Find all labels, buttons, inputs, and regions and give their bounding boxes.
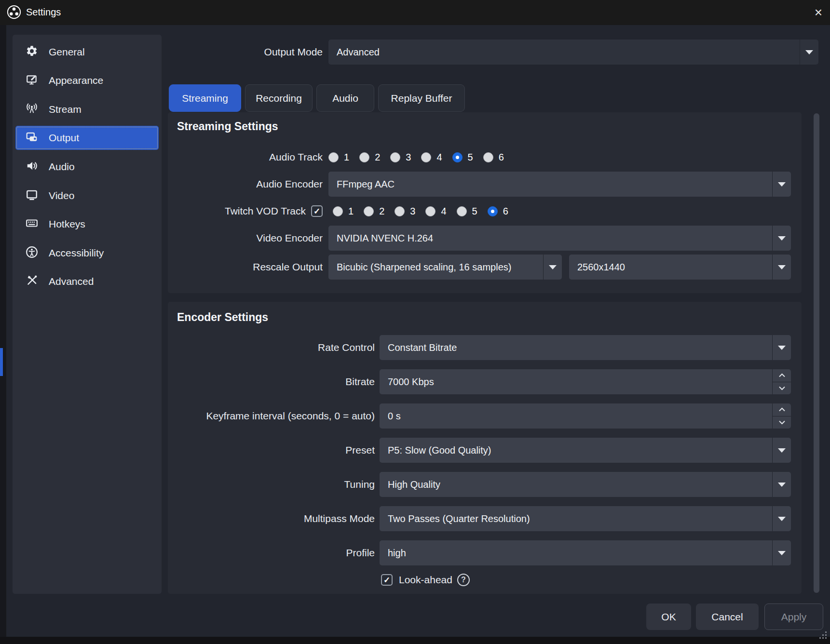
sidebar-item-accessibility[interactable]: Accessibility [15, 241, 159, 265]
bitrate-spinbox[interactable]: 7000 Kbps [380, 369, 791, 394]
multipass-mode-label: Multipass Mode [304, 512, 375, 525]
radio-audio-track-4[interactable]: 4 [421, 152, 442, 163]
bitrate-value: 7000 Kbps [380, 376, 434, 388]
output-mode-value: Advanced [328, 47, 380, 58]
twitch-vod-track-checkbox[interactable] [311, 205, 323, 217]
sidebar-item-label: Accessibility [49, 247, 104, 259]
appearance-icon [26, 73, 38, 88]
radio-label: 6 [503, 206, 508, 217]
rate-control-label: Rate Control [318, 341, 375, 354]
radio-vod-track-6[interactable]: 6 [488, 206, 508, 217]
vertical-scrollbar[interactable] [814, 113, 819, 593]
radio-icon [457, 206, 467, 216]
sidebar-item-appearance[interactable]: Appearance [15, 68, 159, 93]
keyframe-spin-buttons [772, 403, 791, 429]
radio-label: 1 [344, 152, 349, 163]
tab-replay-buffer[interactable]: Replay Buffer [378, 84, 465, 112]
spin-down-icon[interactable] [773, 382, 791, 395]
sidebar-item-general[interactable]: General [15, 40, 159, 64]
resize-grip[interactable] [819, 631, 829, 641]
keyframe-interval-label: Keyframe interval (seconds, 0 = auto) [206, 409, 375, 423]
background-window-strip [0, 25, 6, 644]
output-mode-dropdown[interactable]: Advanced [328, 40, 818, 65]
radio-label: 1 [348, 206, 354, 217]
chevron-down-icon [772, 172, 791, 197]
radio-vod-track-1[interactable]: 1 [333, 206, 354, 217]
help-icon[interactable]: ? [457, 574, 470, 586]
radio-icon [425, 206, 435, 216]
rescale-output-label: Rescale Output [253, 260, 323, 274]
radio-audio-track-5[interactable]: 5 [452, 152, 473, 163]
sidebar-item-advanced[interactable]: Advanced [15, 269, 159, 294]
multipass-mode-value: Two Passes (Quarter Resolution) [380, 513, 530, 524]
rescale-resolution-dropdown[interactable]: 2560x1440 [569, 255, 791, 280]
settings-window: Settings × General Appearance Stream Out… [0, 0, 830, 644]
tab-streaming[interactable]: Streaming [169, 84, 241, 112]
radio-label: 2 [379, 206, 384, 217]
video-encoder-dropdown[interactable]: NVIDIA NVENC H.264 [328, 226, 791, 251]
audio-track-label: Audio Track [269, 150, 323, 164]
close-icon[interactable]: × [808, 3, 829, 22]
radio-vod-track-2[interactable]: 2 [364, 206, 384, 217]
tab-recording[interactable]: Recording [245, 84, 313, 112]
audio-encoder-value: FFmpeg AAC [328, 179, 395, 190]
antenna-icon [26, 102, 38, 117]
chevron-down-icon [800, 40, 818, 65]
radio-audio-track-3[interactable]: 3 [390, 152, 411, 163]
preset-dropdown[interactable]: P5: Slow (Good Quality) [380, 438, 791, 463]
radio-icon [483, 152, 493, 162]
tab-label: Streaming [182, 93, 228, 104]
bitrate-spin-buttons [772, 369, 791, 394]
radio-icon [390, 152, 400, 162]
audio-encoder-dropdown[interactable]: FFmpeg AAC [328, 172, 791, 197]
bitrate-label: Bitrate [345, 375, 375, 389]
radio-audio-track-1[interactable]: 1 [328, 152, 349, 163]
video-encoder-value: NVIDIA NVENC H.264 [328, 233, 433, 244]
look-ahead-checkbox[interactable] [381, 574, 393, 586]
sidebar-item-hotkeys[interactable]: Hotkeys [15, 212, 159, 236]
camera-icon [26, 131, 38, 146]
spin-up-icon[interactable] [773, 403, 791, 416]
accessibility-icon [26, 246, 38, 261]
encoder-settings-heading: Encoder Settings [177, 311, 268, 324]
tab-audio[interactable]: Audio [316, 84, 374, 112]
sidebar-item-label: Appearance [49, 75, 103, 86]
chevron-down-icon [772, 226, 791, 251]
spin-down-icon[interactable] [773, 416, 791, 429]
sidebar-item-label: Video [49, 190, 74, 201]
monitor-icon [26, 188, 38, 203]
twitch-vod-radio-group: 1 2 3 4 5 6 [333, 206, 518, 217]
radio-vod-track-3[interactable]: 3 [395, 206, 415, 217]
preset-value: P5: Slow (Good Quality) [380, 445, 491, 456]
ok-button[interactable]: OK [646, 604, 691, 630]
radio-icon [328, 152, 339, 162]
output-mode-label: Output Mode [264, 45, 323, 59]
sidebar-item-video[interactable]: Video [15, 184, 159, 208]
cancel-button[interactable]: Cancel [696, 604, 759, 630]
tuning-label: Tuning [344, 478, 375, 491]
radio-vod-track-5[interactable]: 5 [457, 206, 477, 217]
radio-icon [333, 206, 343, 216]
radio-audio-track-2[interactable]: 2 [359, 152, 380, 163]
radio-audio-track-6[interactable]: 6 [483, 152, 504, 163]
radio-label: 3 [406, 152, 411, 163]
sidebar-item-label: Audio [49, 161, 75, 173]
chevron-down-icon [772, 255, 791, 280]
apply-button[interactable]: Apply [764, 604, 823, 630]
radio-vod-track-4[interactable]: 4 [425, 206, 446, 217]
keyframe-interval-spinbox[interactable]: 0 s [380, 403, 791, 429]
multipass-mode-dropdown[interactable]: Two Passes (Quarter Resolution) [380, 506, 791, 531]
spin-up-icon[interactable] [773, 369, 791, 382]
rescale-filter-value: Bicubic (Sharpened scaling, 16 samples) [328, 262, 511, 273]
tuning-dropdown[interactable]: High Quality [380, 472, 791, 497]
look-ahead-label: Look-ahead [399, 573, 452, 587]
tab-label: Audio [332, 93, 358, 104]
rate-control-dropdown[interactable]: Constant Bitrate [380, 335, 791, 360]
profile-dropdown[interactable]: high [380, 540, 791, 565]
sidebar-item-output[interactable]: Output [15, 126, 159, 150]
sidebar-item-audio[interactable]: Audio [15, 155, 159, 179]
sidebar-item-stream[interactable]: Stream [15, 97, 159, 121]
tab-label: Recording [256, 93, 302, 104]
rescale-filter-dropdown[interactable]: Bicubic (Sharpened scaling, 16 samples) [328, 255, 562, 280]
radio-icon [452, 152, 463, 162]
